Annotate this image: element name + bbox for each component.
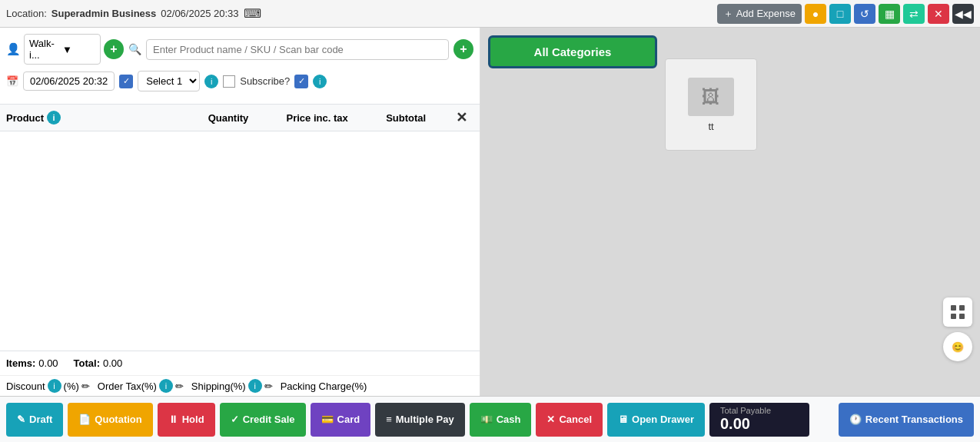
customer-select-group: 👤 Walk-i... ▼ + xyxy=(6,34,124,65)
card-button[interactable]: 💳 Card xyxy=(311,403,371,437)
refresh-icon-button[interactable]: ↺ xyxy=(854,4,875,24)
product-image-placeholder: 🖼 xyxy=(688,78,734,116)
select1-dropdown[interactable]: Select 1 xyxy=(138,71,200,91)
svg-rect-1 xyxy=(959,305,965,311)
window-icon-button[interactable]: □ xyxy=(829,4,851,24)
hold-icon: ⏸ xyxy=(168,414,178,425)
discount-info-icon[interactable]: i xyxy=(48,379,61,393)
product-info-icon[interactable]: i xyxy=(47,111,61,125)
product-search-group: 🔍 + xyxy=(128,39,473,60)
col-close-header: ✕ xyxy=(450,109,473,126)
total-payable-value: 0.00 xyxy=(720,415,750,433)
left-panel: 👤 Walk-i... ▼ + 🔍 + 📅 02/06/2025 xyxy=(0,28,480,396)
location-label: Location: xyxy=(6,8,47,19)
grid-view-button[interactable] xyxy=(943,297,972,327)
product-table: Product i Quantity Price inc. tax Subtot… xyxy=(0,104,480,351)
info-icon-2[interactable]: i xyxy=(313,75,327,88)
col-subtotal-header: Subtotal xyxy=(361,112,450,124)
main-container: 👤 Walk-i... ▼ + 🔍 + 📅 02/06/2025 xyxy=(0,28,980,396)
checkbox-blue-1[interactable]: ✓ xyxy=(119,75,133,88)
svg-rect-0 xyxy=(951,305,956,311)
search-icon: 🔍 xyxy=(128,43,141,55)
discount-item: Discount i (%) ✏ xyxy=(6,379,90,393)
add-product-button[interactable]: + xyxy=(453,39,473,59)
shipping-item: Shipping(%) i ✏ xyxy=(191,379,273,393)
cancel-button[interactable]: ✕ Cancel xyxy=(536,403,603,437)
order-tax-info-icon[interactable]: i xyxy=(159,379,173,393)
discount-edit-icon[interactable]: ✏ xyxy=(81,381,90,392)
subscribe-label: Subscribe? xyxy=(240,75,290,87)
order-tax-item: Order Tax(%) i ✏ xyxy=(98,379,184,393)
datetime: 02/06/2025 20:33 xyxy=(161,8,238,19)
top-bar-icons: ＋ Add Expense ● □ ↺ ▦ ⇄ ✕ ◀◀ xyxy=(717,4,974,24)
info-icon-button[interactable]: ● xyxy=(805,4,826,24)
cash-button[interactable]: 💵 Cash xyxy=(470,403,532,437)
credit-sale-button[interactable]: ✓ Credit Sale xyxy=(220,403,306,437)
calendar-icon: 📅 xyxy=(6,75,18,87)
product-card-name: tt xyxy=(708,121,713,132)
dropdown-arrow-icon: ▼ xyxy=(62,44,95,55)
product-search-input[interactable] xyxy=(146,39,449,60)
draft-button[interactable]: ✎ Draft xyxy=(6,403,63,437)
quotation-icon: 📄 xyxy=(78,414,91,425)
items-summary: Items: 0.00 xyxy=(6,357,58,369)
date-field[interactable]: 02/06/2025 20:32 xyxy=(23,71,115,91)
keyboard-icon: ⌨ xyxy=(244,6,261,21)
back-icon-button[interactable]: ◀◀ xyxy=(952,4,974,24)
open-drawer-button[interactable]: 🖥 Open Drawer xyxy=(607,403,705,437)
bottom-bar: ✎ Draft 📄 Quotation ⏸ Hold ✓ Credit Sale… xyxy=(0,396,980,442)
order-tax-edit-icon[interactable]: ✏ xyxy=(175,381,184,392)
hold-button[interactable]: ⏸ Hold xyxy=(158,403,215,437)
shipping-edit-icon[interactable]: ✏ xyxy=(264,381,273,392)
add-expense-button[interactable]: ＋ Add Expense xyxy=(717,4,802,24)
clear-table-icon[interactable]: ✕ xyxy=(456,109,467,126)
recent-transactions-button[interactable]: 🕐 Recent Transactions xyxy=(839,403,974,437)
draft-icon: ✎ xyxy=(17,414,25,425)
right-panel: All Categories 🖼 tt 😊 xyxy=(480,28,980,396)
table-header: Product i Quantity Price inc. tax Subtot… xyxy=(0,104,480,131)
shipping-info-icon[interactable]: i xyxy=(248,379,262,393)
customer-icon: 👤 xyxy=(6,42,21,56)
cash-icon: 💵 xyxy=(480,414,493,425)
product-card[interactable]: 🖼 tt xyxy=(665,58,757,151)
cancel-icon: ✕ xyxy=(546,414,555,425)
subscribe-check-icon[interactable]: ✓ xyxy=(294,75,308,88)
drawer-icon: 🖥 xyxy=(618,414,628,425)
face-icon: 😊 xyxy=(952,341,964,353)
location-info: Location: Superadmin Business 02/06/2025… xyxy=(6,6,717,21)
image-icon: 🖼 xyxy=(702,86,720,108)
col-price-header: Price inc. tax xyxy=(273,112,362,124)
subscribe-checkbox[interactable] xyxy=(223,75,235,88)
form-row-1: 👤 Walk-i... ▼ + 🔍 + xyxy=(6,34,473,65)
grid-icon xyxy=(950,304,965,320)
form-row-2: 📅 02/06/2025 20:32 ✓ Select 1 i Subscrib… xyxy=(6,71,473,91)
svg-rect-3 xyxy=(959,314,965,319)
all-categories-button[interactable]: All Categories xyxy=(488,35,657,68)
col-product-header: Product i xyxy=(6,111,184,125)
clock-icon: 🕐 xyxy=(849,414,862,425)
total-payable-box: Total Payable 0.00 xyxy=(709,403,809,437)
close-icon-button[interactable]: ✕ xyxy=(928,4,949,24)
calc-icon-button[interactable]: ▦ xyxy=(879,4,900,24)
svg-rect-2 xyxy=(951,314,956,319)
multiple-pay-button[interactable]: ≡ Multiple Pay xyxy=(375,403,464,437)
credit-sale-icon: ✓ xyxy=(231,414,239,425)
discount-row: Discount i (%) ✏ Order Tax(%) i ✏ Shippi… xyxy=(0,375,480,396)
quotation-button[interactable]: 📄 Quotation xyxy=(68,403,152,437)
summary-row: Items: 0.00 Total: 0.00 xyxy=(0,351,480,375)
multiple-pay-icon: ≡ xyxy=(386,414,392,425)
top-bar: Location: Superadmin Business 02/06/2025… xyxy=(0,0,980,28)
total-summary: Total: 0.00 xyxy=(74,357,123,369)
card-icon: 💳 xyxy=(321,414,334,425)
info-icon-1[interactable]: i xyxy=(204,75,218,88)
packing-item: Packing Charge(%) xyxy=(281,381,367,392)
total-payable-label: Total Payable xyxy=(720,406,771,415)
col-quantity-header: Quantity xyxy=(184,112,273,124)
add-customer-button[interactable]: + xyxy=(104,39,124,59)
plus-icon: ＋ xyxy=(723,7,733,21)
business-name: Superadmin Business xyxy=(51,8,157,19)
face-icon-button[interactable]: 😊 xyxy=(943,332,972,361)
form-area: 👤 Walk-i... ▼ + 🔍 + 📅 02/06/2025 xyxy=(0,28,480,104)
transfer-icon-button[interactable]: ⇄ xyxy=(903,4,925,24)
customer-dropdown[interactable]: Walk-i... ▼ xyxy=(24,34,101,65)
